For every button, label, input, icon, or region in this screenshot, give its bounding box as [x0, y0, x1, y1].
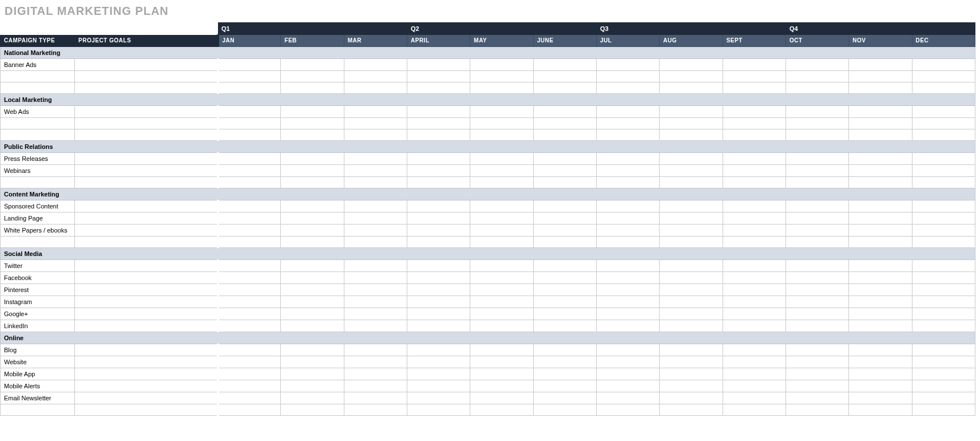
- month-cell[interactable]: [533, 82, 596, 94]
- month-cell[interactable]: [723, 296, 785, 308]
- month-cell[interactable]: [218, 392, 281, 404]
- month-cell[interactable]: [533, 356, 596, 368]
- month-cell[interactable]: [533, 165, 596, 177]
- month-cell[interactable]: [281, 392, 344, 404]
- month-cell[interactable]: [849, 71, 912, 82]
- month-cell[interactable]: [596, 380, 659, 392]
- month-cell[interactable]: [785, 225, 848, 237]
- month-cell[interactable]: [596, 368, 659, 380]
- month-cell[interactable]: [723, 308, 785, 320]
- month-cell[interactable]: [407, 200, 470, 212]
- month-cell[interactable]: [660, 392, 723, 404]
- month-cell[interactable]: [785, 237, 848, 248]
- month-cell[interactable]: [407, 165, 470, 177]
- month-cell[interactable]: [470, 392, 533, 404]
- campaign-type-cell[interactable]: White Papers / ebooks: [1, 225, 75, 237]
- month-cell[interactable]: [470, 356, 533, 368]
- month-cell[interactable]: [785, 129, 848, 141]
- month-cell[interactable]: [785, 284, 848, 296]
- month-cell[interactable]: [849, 344, 912, 356]
- month-cell[interactable]: [785, 177, 848, 188]
- month-cell[interactable]: [218, 177, 281, 188]
- month-cell[interactable]: [596, 118, 659, 129]
- month-cell[interactable]: [912, 404, 975, 416]
- month-cell[interactable]: [912, 118, 975, 129]
- month-cell[interactable]: [281, 344, 344, 356]
- month-cell[interactable]: [281, 368, 344, 380]
- month-cell[interactable]: [785, 200, 848, 212]
- project-goals-cell[interactable]: [75, 225, 218, 237]
- month-cell[interactable]: [596, 165, 659, 177]
- campaign-type-cell[interactable]: Blog: [1, 344, 75, 356]
- month-cell[interactable]: [849, 260, 912, 272]
- campaign-type-cell[interactable]: Webinars: [1, 165, 75, 177]
- month-cell[interactable]: [849, 200, 912, 212]
- campaign-type-cell[interactable]: Email Newsletter: [1, 392, 75, 404]
- campaign-type-cell[interactable]: Banner Ads: [1, 59, 75, 71]
- month-cell[interactable]: [596, 82, 659, 94]
- month-cell[interactable]: [596, 225, 659, 237]
- month-cell[interactable]: [660, 212, 723, 225]
- month-cell[interactable]: [912, 356, 975, 368]
- month-cell[interactable]: [785, 82, 848, 94]
- month-cell[interactable]: [218, 356, 281, 368]
- month-cell[interactable]: [723, 237, 785, 248]
- month-cell[interactable]: [407, 106, 470, 118]
- month-cell[interactable]: [470, 404, 533, 416]
- month-cell[interactable]: [849, 237, 912, 248]
- month-cell[interactable]: [470, 82, 533, 94]
- month-cell[interactable]: [785, 356, 848, 368]
- month-cell[interactable]: [660, 200, 723, 212]
- month-cell[interactable]: [407, 356, 470, 368]
- month-cell[interactable]: [723, 320, 785, 332]
- month-cell[interactable]: [912, 82, 975, 94]
- campaign-type-cell[interactable]: Web Ads: [1, 106, 75, 118]
- month-cell[interactable]: [723, 368, 785, 380]
- month-cell[interactable]: [281, 106, 344, 118]
- month-cell[interactable]: [723, 59, 785, 71]
- month-cell[interactable]: [407, 296, 470, 308]
- month-cell[interactable]: [849, 392, 912, 404]
- month-cell[interactable]: [533, 272, 596, 284]
- month-cell[interactable]: [660, 356, 723, 368]
- month-cell[interactable]: [533, 392, 596, 404]
- month-cell[interactable]: [849, 59, 912, 71]
- month-cell[interactable]: [849, 380, 912, 392]
- month-cell[interactable]: [849, 272, 912, 284]
- month-cell[interactable]: [218, 200, 281, 212]
- month-cell[interactable]: [912, 368, 975, 380]
- month-cell[interactable]: [470, 177, 533, 188]
- project-goals-cell[interactable]: [75, 200, 218, 212]
- month-cell[interactable]: [723, 356, 785, 368]
- month-cell[interactable]: [849, 153, 912, 165]
- project-goals-cell[interactable]: [75, 344, 218, 356]
- month-cell[interactable]: [470, 368, 533, 380]
- month-cell[interactable]: [470, 129, 533, 141]
- month-cell[interactable]: [407, 380, 470, 392]
- month-cell[interactable]: [344, 237, 407, 248]
- month-cell[interactable]: [344, 177, 407, 188]
- month-cell[interactable]: [344, 344, 407, 356]
- month-cell[interactable]: [849, 284, 912, 296]
- month-cell[interactable]: [533, 380, 596, 392]
- month-cell[interactable]: [660, 308, 723, 320]
- month-cell[interactable]: [344, 308, 407, 320]
- month-cell[interactable]: [723, 344, 785, 356]
- month-cell[interactable]: [281, 82, 344, 94]
- month-cell[interactable]: [470, 272, 533, 284]
- month-cell[interactable]: [218, 59, 281, 71]
- month-cell[interactable]: [218, 153, 281, 165]
- project-goals-cell[interactable]: [75, 356, 218, 368]
- month-cell[interactable]: [596, 356, 659, 368]
- month-cell[interactable]: [596, 284, 659, 296]
- month-cell[interactable]: [912, 344, 975, 356]
- project-goals-cell[interactable]: [75, 308, 218, 320]
- month-cell[interactable]: [849, 177, 912, 188]
- month-cell[interactable]: [533, 129, 596, 141]
- month-cell[interactable]: [596, 177, 659, 188]
- month-cell[interactable]: [723, 225, 785, 237]
- month-cell[interactable]: [470, 225, 533, 237]
- month-cell[interactable]: [912, 320, 975, 332]
- month-cell[interactable]: [785, 59, 848, 71]
- month-cell[interactable]: [785, 71, 848, 82]
